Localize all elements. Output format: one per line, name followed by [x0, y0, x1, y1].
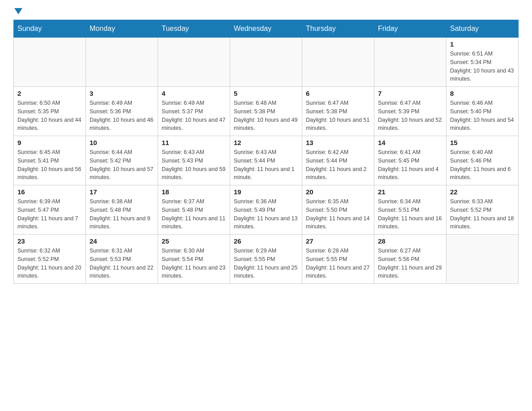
day-number: 22	[450, 188, 515, 196]
day-header-friday: Friday	[374, 20, 446, 38]
day-number: 28	[378, 237, 442, 245]
calendar-cell	[446, 235, 519, 284]
day-info: Sunrise: 6:49 AM Sunset: 5:37 PM Dayligh…	[162, 99, 226, 133]
day-info: Sunrise: 6:40 AM Sunset: 5:46 PM Dayligh…	[450, 148, 515, 182]
day-number: 21	[378, 188, 442, 196]
calendar-cell: 26Sunrise: 6:29 AM Sunset: 5:55 PM Dayli…	[230, 235, 302, 284]
calendar-cell	[374, 38, 446, 87]
day-number: 6	[306, 90, 370, 97]
day-header-saturday: Saturday	[446, 20, 519, 38]
week-row-3: 16Sunrise: 6:39 AM Sunset: 5:47 PM Dayli…	[14, 185, 519, 235]
day-number: 26	[234, 237, 298, 245]
day-info: Sunrise: 6:45 AM Sunset: 5:41 PM Dayligh…	[17, 148, 82, 182]
calendar-cell: 19Sunrise: 6:36 AM Sunset: 5:49 PM Dayli…	[230, 185, 302, 235]
day-header-thursday: Thursday	[302, 20, 374, 38]
calendar-cell: 22Sunrise: 6:33 AM Sunset: 5:52 PM Dayli…	[446, 185, 519, 235]
day-info: Sunrise: 6:28 AM Sunset: 5:55 PM Dayligh…	[306, 247, 370, 280]
day-info: Sunrise: 6:29 AM Sunset: 5:55 PM Dayligh…	[234, 247, 298, 280]
calendar-cell: 27Sunrise: 6:28 AM Sunset: 5:55 PM Dayli…	[302, 235, 374, 284]
day-info: Sunrise: 6:46 AM Sunset: 5:40 PM Dayligh…	[450, 99, 515, 133]
calendar-cell: 9Sunrise: 6:45 AM Sunset: 5:41 PM Daylig…	[14, 136, 86, 185]
day-number: 1	[450, 40, 515, 48]
calendar-cell: 2Sunrise: 6:50 AM Sunset: 5:35 PM Daylig…	[14, 87, 86, 136]
day-number: 25	[162, 237, 226, 245]
calendar-cell: 5Sunrise: 6:48 AM Sunset: 5:38 PM Daylig…	[230, 87, 302, 136]
logo	[13, 9, 22, 15]
calendar-header-row: SundayMondayTuesdayWednesdayThursdayFrid…	[14, 20, 519, 38]
day-info: Sunrise: 6:31 AM Sunset: 5:53 PM Dayligh…	[90, 247, 154, 280]
calendar-cell: 14Sunrise: 6:41 AM Sunset: 5:45 PM Dayli…	[374, 136, 446, 185]
calendar-cell: 7Sunrise: 6:47 AM Sunset: 5:39 PM Daylig…	[374, 87, 446, 136]
day-info: Sunrise: 6:36 AM Sunset: 5:49 PM Dayligh…	[234, 197, 298, 231]
day-info: Sunrise: 6:30 AM Sunset: 5:54 PM Dayligh…	[162, 247, 226, 280]
day-number: 19	[234, 188, 298, 196]
day-header-wednesday: Wednesday	[230, 20, 302, 38]
day-info: Sunrise: 6:39 AM Sunset: 5:47 PM Dayligh…	[17, 197, 82, 231]
day-info: Sunrise: 6:43 AM Sunset: 5:44 PM Dayligh…	[234, 148, 298, 182]
calendar-cell: 28Sunrise: 6:27 AM Sunset: 5:56 PM Dayli…	[374, 235, 446, 284]
day-number: 14	[378, 139, 442, 146]
calendar-cell: 8Sunrise: 6:46 AM Sunset: 5:40 PM Daylig…	[446, 87, 519, 136]
day-info: Sunrise: 6:42 AM Sunset: 5:44 PM Dayligh…	[306, 148, 370, 182]
day-number: 16	[17, 188, 82, 196]
week-row-0: 1Sunrise: 6:51 AM Sunset: 5:34 PM Daylig…	[14, 38, 519, 87]
calendar-cell	[14, 38, 86, 87]
calendar-cell: 12Sunrise: 6:43 AM Sunset: 5:44 PM Dayli…	[230, 136, 302, 185]
calendar-cell	[86, 38, 158, 87]
calendar-cell	[302, 38, 374, 87]
day-number: 13	[306, 139, 370, 146]
calendar-cell: 6Sunrise: 6:47 AM Sunset: 5:38 PM Daylig…	[302, 87, 374, 136]
calendar-cell	[158, 38, 230, 87]
day-info: Sunrise: 6:47 AM Sunset: 5:38 PM Dayligh…	[306, 99, 370, 133]
day-header-sunday: Sunday	[14, 20, 86, 38]
calendar-cell: 11Sunrise: 6:43 AM Sunset: 5:43 PM Dayli…	[158, 136, 230, 185]
day-number: 20	[306, 188, 370, 196]
day-info: Sunrise: 6:41 AM Sunset: 5:45 PM Dayligh…	[378, 148, 442, 182]
day-number: 23	[17, 237, 82, 245]
calendar-cell: 17Sunrise: 6:38 AM Sunset: 5:48 PM Dayli…	[86, 185, 158, 235]
day-number: 18	[162, 188, 226, 196]
day-header-tuesday: Tuesday	[158, 20, 230, 38]
day-number: 17	[90, 188, 154, 196]
calendar-cell: 24Sunrise: 6:31 AM Sunset: 5:53 PM Dayli…	[86, 235, 158, 284]
day-info: Sunrise: 6:48 AM Sunset: 5:38 PM Dayligh…	[234, 99, 298, 133]
calendar-cell: 10Sunrise: 6:44 AM Sunset: 5:42 PM Dayli…	[86, 136, 158, 185]
day-number: 11	[162, 139, 226, 146]
day-info: Sunrise: 6:50 AM Sunset: 5:35 PM Dayligh…	[17, 99, 82, 133]
calendar-cell: 18Sunrise: 6:37 AM Sunset: 5:48 PM Dayli…	[158, 185, 230, 235]
day-info: Sunrise: 6:33 AM Sunset: 5:52 PM Dayligh…	[450, 197, 515, 231]
week-row-4: 23Sunrise: 6:32 AM Sunset: 5:52 PM Dayli…	[14, 235, 519, 284]
day-info: Sunrise: 6:49 AM Sunset: 5:36 PM Dayligh…	[90, 99, 154, 133]
calendar-table: SundayMondayTuesdayWednesdayThursdayFrid…	[13, 20, 519, 284]
calendar-cell: 3Sunrise: 6:49 AM Sunset: 5:36 PM Daylig…	[86, 87, 158, 136]
calendar-cell: 20Sunrise: 6:35 AM Sunset: 5:50 PM Dayli…	[302, 185, 374, 235]
page-header	[13, 9, 519, 15]
day-number: 24	[90, 237, 154, 245]
calendar-cell: 15Sunrise: 6:40 AM Sunset: 5:46 PM Dayli…	[446, 136, 519, 185]
day-number: 2	[17, 90, 82, 97]
day-number: 5	[234, 90, 298, 97]
week-row-1: 2Sunrise: 6:50 AM Sunset: 5:35 PM Daylig…	[14, 87, 519, 136]
calendar-cell	[230, 38, 302, 87]
day-number: 10	[90, 139, 154, 146]
day-info: Sunrise: 6:44 AM Sunset: 5:42 PM Dayligh…	[90, 148, 154, 182]
day-number: 27	[306, 237, 370, 245]
day-info: Sunrise: 6:37 AM Sunset: 5:48 PM Dayligh…	[162, 197, 226, 231]
calendar-cell: 21Sunrise: 6:34 AM Sunset: 5:51 PM Dayli…	[374, 185, 446, 235]
day-info: Sunrise: 6:47 AM Sunset: 5:39 PM Dayligh…	[378, 99, 442, 133]
day-info: Sunrise: 6:43 AM Sunset: 5:43 PM Dayligh…	[162, 148, 226, 182]
day-info: Sunrise: 6:35 AM Sunset: 5:50 PM Dayligh…	[306, 197, 370, 231]
logo-triangle-icon	[14, 8, 22, 14]
day-info: Sunrise: 6:32 AM Sunset: 5:52 PM Dayligh…	[17, 247, 82, 280]
week-row-2: 9Sunrise: 6:45 AM Sunset: 5:41 PM Daylig…	[14, 136, 519, 185]
day-info: Sunrise: 6:27 AM Sunset: 5:56 PM Dayligh…	[378, 247, 442, 280]
day-number: 8	[450, 90, 515, 97]
day-number: 4	[162, 90, 226, 97]
calendar-cell: 16Sunrise: 6:39 AM Sunset: 5:47 PM Dayli…	[14, 185, 86, 235]
day-info: Sunrise: 6:34 AM Sunset: 5:51 PM Dayligh…	[378, 197, 442, 231]
day-number: 15	[450, 139, 515, 146]
calendar-cell: 23Sunrise: 6:32 AM Sunset: 5:52 PM Dayli…	[14, 235, 86, 284]
calendar-cell: 1Sunrise: 6:51 AM Sunset: 5:34 PM Daylig…	[446, 38, 519, 87]
day-number: 7	[378, 90, 442, 97]
day-number: 3	[90, 90, 154, 97]
